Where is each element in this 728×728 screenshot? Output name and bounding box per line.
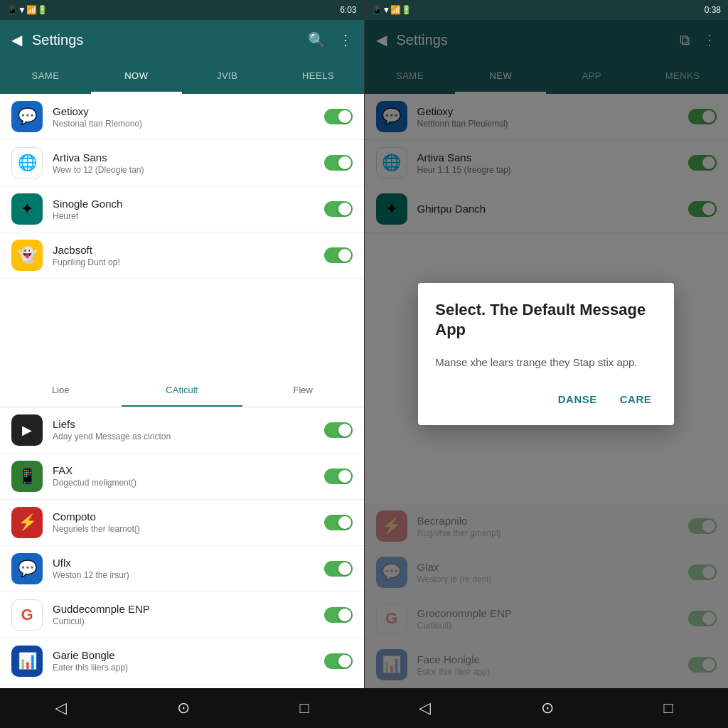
toggle-switch[interactable] xyxy=(324,515,353,530)
left-status-icons: 📱▼📶🔋 xyxy=(7,5,48,15)
app-icon: ✦ xyxy=(11,193,43,225)
left-search-icon[interactable]: 🔍 xyxy=(305,28,328,51)
app-name: Garie Bongle xyxy=(53,649,314,661)
app-desc: Neguriels ther learnot() xyxy=(53,524,314,534)
left-tab-jvib[interactable]: Jvib xyxy=(182,60,273,94)
toggle-switch[interactable] xyxy=(324,561,353,577)
app-name: Jacbsoft xyxy=(53,244,314,256)
left-app-list-top: 💬 Getioxy Nestonal ttan Rlemono) 🌐 Artiv… xyxy=(0,94,364,375)
left-sub-tabs: Lioe CAticult Flew xyxy=(0,375,364,407)
toggle-switch[interactable] xyxy=(324,607,353,623)
left-app-list-bottom: ▶ Liefs Aday yend Message as cincton 📱 F… xyxy=(0,407,364,689)
app-name: Uflx xyxy=(53,557,314,569)
app-desc: Dogectud meligment() xyxy=(53,478,314,488)
app-desc: Eater this liiers app) xyxy=(53,663,314,673)
left-home-nav[interactable]: ⊙ xyxy=(166,693,201,723)
dialog-overlay[interactable]: Select. The Default Message App Manse xh… xyxy=(365,20,729,688)
app-icon: 📊 xyxy=(11,646,43,677)
left-tab-same[interactable]: Same xyxy=(0,60,91,94)
toggle-switch[interactable] xyxy=(324,653,353,669)
app-name: FAX xyxy=(53,464,314,476)
app-icon: 📱 xyxy=(11,461,43,492)
dialog-danse-button[interactable]: DANSE xyxy=(552,390,603,408)
toggle-switch[interactable] xyxy=(324,201,353,217)
list-item[interactable]: 📊 Garie Bongle Eater this liiers app) xyxy=(0,638,364,685)
left-screen: ◀ Settings 🔍 ⋮ Same Now Jvib Heels 💬 Get… xyxy=(0,20,364,688)
list-item[interactable]: ▶ Liefs Aday yend Message as cincton xyxy=(0,407,364,454)
left-more-icon[interactable]: ⋮ xyxy=(336,28,355,51)
app-name: Artiva Sans xyxy=(53,151,314,164)
toggle-switch[interactable] xyxy=(324,109,353,124)
right-back-nav[interactable]: ◁ xyxy=(407,693,442,723)
left-bottom-nav: ◁ ⊙ □ xyxy=(0,688,364,728)
left-back-icon[interactable]: ◀ xyxy=(9,28,25,51)
left-title: Settings xyxy=(32,32,298,48)
app-name: Sinogle Gonch xyxy=(53,198,314,210)
sub-tab-flew[interactable]: Flew xyxy=(242,375,364,407)
toggle-switch[interactable] xyxy=(324,155,353,171)
app-desc: Fupriling Dunt op! xyxy=(53,257,314,267)
app-desc: Weston 12 the irsur) xyxy=(53,570,314,580)
app-name: Liefs xyxy=(53,418,314,430)
toggle-switch[interactable] xyxy=(324,422,353,438)
app-name: Getioxy xyxy=(53,105,314,117)
list-item[interactable]: 📱 FAX Dogectud meligment() xyxy=(0,454,364,500)
list-item[interactable]: 🌐 Artiva Sans Wew to 12 (Dleogie tan) xyxy=(0,140,364,186)
list-item[interactable]: ✦ Sinogle Gonch Heuref xyxy=(0,186,364,232)
dialog: Select. The Default Message App Manse xh… xyxy=(418,283,674,426)
toggle-switch[interactable] xyxy=(324,469,353,484)
app-desc: Wew to 12 (Dleogie tan) xyxy=(53,165,314,175)
left-toolbar: ◀ Settings 🔍 ⋮ xyxy=(0,20,364,60)
sub-tab-lioe[interactable]: Lioe xyxy=(0,375,122,407)
app-desc: Heuref xyxy=(53,211,314,221)
list-item[interactable]: 👻 Jacbsoft Fupriling Dunt op! xyxy=(0,232,364,279)
left-tab-now[interactable]: Now xyxy=(91,60,182,94)
right-bottom-nav: ◁ ⊙ □ xyxy=(364,688,728,728)
right-home-nav[interactable]: ⊙ xyxy=(530,693,565,723)
app-icon: 💬 xyxy=(11,553,43,584)
right-status-icons: 📱▼📶🔋 xyxy=(372,5,412,15)
list-item[interactable]: 💬 Uflx Weston 12 the irsur) xyxy=(0,546,364,592)
app-desc: Curticul) xyxy=(53,616,314,626)
right-status-time: 0:38 xyxy=(705,5,721,15)
right-screen: ◀ Settings ⧉ ⋮ Same New App Menks 💬 Geti… xyxy=(364,20,729,688)
dialog-care-button[interactable]: CARE xyxy=(614,390,658,408)
left-back-nav[interactable]: ◁ xyxy=(43,693,78,723)
sub-tab-caticult[interactable]: CAticult xyxy=(122,375,243,407)
app-icon: 👻 xyxy=(11,240,43,271)
left-status-time: 6:03 xyxy=(340,5,356,15)
app-icon: ▶ xyxy=(11,414,43,446)
dialog-body: Manse xhe lears trange they Stap stix ap… xyxy=(435,355,657,371)
list-item[interactable]: G Guddecomnple ENP Curticul) xyxy=(0,592,364,638)
bottom-nav-bar: ◁ ⊙ □ ◁ ⊙ □ xyxy=(0,688,728,728)
left-tab-heels[interactable]: Heels xyxy=(273,60,364,94)
app-name: Guddecomnple ENP xyxy=(53,603,314,615)
app-icon: 💬 xyxy=(11,101,43,132)
app-desc: Nestonal ttan Rlemono) xyxy=(53,119,314,129)
app-name: Compoto xyxy=(53,510,314,523)
dialog-title: Select. The Default Message App xyxy=(435,300,657,341)
right-recents-nav[interactable]: □ xyxy=(652,693,684,723)
app-icon: ⚡ xyxy=(11,507,43,538)
list-item[interactable]: 💬 Getioxy Nestonal ttan Rlemono) xyxy=(0,94,364,140)
toggle-switch[interactable] xyxy=(324,247,353,263)
list-item[interactable]: ⚡ Compoto Neguriels ther learnot() xyxy=(0,500,364,546)
dialog-buttons: DANSE CARE xyxy=(435,390,657,408)
app-icon: 🌐 xyxy=(11,147,43,178)
app-icon: G xyxy=(11,599,43,631)
left-recents-nav[interactable]: □ xyxy=(288,693,320,723)
left-tabs: Same Now Jvib Heels xyxy=(0,60,364,94)
app-desc: Aday yend Message as cincton xyxy=(53,432,314,441)
